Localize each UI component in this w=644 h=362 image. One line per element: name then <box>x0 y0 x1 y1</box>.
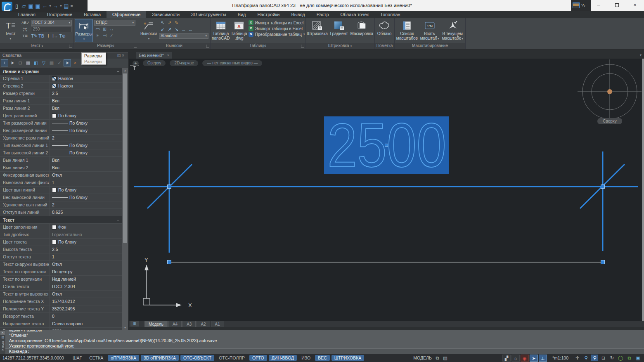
help-icon[interactable]: ?▾ <box>581 3 585 8</box>
quick-select-icon[interactable]: ▦ <box>48 59 55 66</box>
leader-remove-icon[interactable]: ↖ <box>159 20 166 26</box>
group-label-scaling[interactable]: Масштабирование <box>395 43 465 49</box>
tab-Вывод[interactable]: Вывод <box>285 11 310 18</box>
property-value[interactable]: Слева направо <box>50 320 122 327</box>
scale-list-button[interactable]: Списокмасштабов <box>396 19 418 42</box>
group-label-hatch[interactable]: Штриховка▾ <box>305 43 374 49</box>
property-value[interactable]: Откл <box>50 172 122 179</box>
property-value[interactable]: По центру <box>50 268 122 275</box>
leader-node-icon[interactable]: ↙ <box>159 26 166 33</box>
status-toggle-ОТС-ОБЪЕКТ[interactable]: ОТС-ОБЪЕКТ <box>180 355 214 361</box>
text-style-icon[interactable]: TB <box>38 33 45 39</box>
dim-slope-icon[interactable]: ∕ <box>108 33 115 39</box>
status-toggle-СЕТКА[interactable]: СЕТКА <box>86 355 106 361</box>
qat-customize-icon[interactable]: ≣ <box>70 2 73 11</box>
command-input[interactable]: Команда: <box>5 348 644 354</box>
export-excel-button[interactable]: XЭкспорт таблицы в Excel <box>249 26 305 31</box>
sheet-export-icon[interactable]: ⧉ <box>626 355 633 361</box>
dim-baseline-icon[interactable]: ↔ <box>108 26 115 32</box>
dim-group-icon[interactable]: ▭ <box>94 26 101 32</box>
select-append-icon[interactable]: + <box>1 59 8 66</box>
cloud-button[interactable]: Облако <box>376 19 393 42</box>
viewport-plus-icon[interactable]: + <box>133 61 139 66</box>
select-all-icon[interactable]: ▦ <box>24 59 32 66</box>
ribbon-interface-icon[interactable] <box>573 2 580 8</box>
drawing-canvas[interactable]: + Сверху 2D-каркас — нет связанных видов… <box>129 59 644 321</box>
property-value[interactable]: По блоку <box>50 149 122 156</box>
dim-right-icon[interactable]: ⊣ <box>101 33 108 39</box>
linked-views-control[interactable]: — нет связанных видов — <box>202 60 262 66</box>
view-control[interactable]: Сверху <box>143 60 166 66</box>
command-history[interactable]: мдим - Размеры*Отмена*Автосохранение: C:… <box>5 330 644 348</box>
property-value[interactable]: Над линией <box>50 276 122 283</box>
command-close-icon[interactable]: × <box>0 331 5 335</box>
property-value[interactable]: 2.5 <box>50 246 122 253</box>
tab-Растр[interactable]: Растр <box>311 11 335 18</box>
edit-text-icon[interactable]: T✎ <box>31 33 38 39</box>
gradient-button[interactable]: Градиент <box>329 19 349 42</box>
status-toggle-ДИН-ВВОД[interactable]: ДИН-ВВОД <box>269 355 297 361</box>
group-label-mark[interactable]: Пометка <box>375 43 394 49</box>
group-label-dimensions[interactable]: Размеры <box>73 43 138 49</box>
tab-close-icon[interactable]: × <box>167 52 169 59</box>
status-toggle-ОРТО[interactable]: ОРТО <box>249 355 267 361</box>
property-value[interactable]: 2.5 <box>50 90 122 97</box>
zoom-icon[interactable]: ⚲ <box>582 355 590 361</box>
leader-multi-icon[interactable]: ↗ <box>166 26 173 33</box>
show-all-icon[interactable]: ◯ <box>617 355 624 361</box>
property-value[interactable]: Откл <box>50 261 122 268</box>
leader-edit-icon[interactable]: ✎ <box>173 20 180 26</box>
scrollbar-thumb[interactable] <box>123 73 127 243</box>
tab-Облака точек[interactable]: Облака точек <box>335 11 375 18</box>
property-value[interactable]: Наклон <box>50 75 122 82</box>
text-width-icon[interactable]: I↔ <box>52 33 59 39</box>
property-value[interactable]: 1 <box>50 253 122 260</box>
cursor-text-icon[interactable]: I <box>45 33 52 39</box>
property-value[interactable]: 0.625 <box>50 209 122 216</box>
dimensions-button[interactable]: Размеры▾ <box>75 19 93 42</box>
status-toggle-ШАГ[interactable]: ШАГ <box>70 355 85 361</box>
invert-selection-icon[interactable]: ◧ <box>32 59 40 66</box>
new-file-icon[interactable]: ▯ <box>13 2 20 11</box>
property-value[interactable]: Наклон <box>50 83 122 90</box>
layout-tab-A4[interactable]: A4 <box>168 321 182 327</box>
print-icon[interactable]: ▤ <box>63 2 70 11</box>
property-value[interactable]: По блоку <box>50 142 122 149</box>
dialog-launcher-icon[interactable] <box>206 45 209 47</box>
property-value[interactable]: По блоку <box>50 120 122 127</box>
leader-add-icon[interactable]: ↗ <box>166 20 173 26</box>
dynamic-ucs-icon[interactable]: ⊥ <box>539 355 547 362</box>
property-value[interactable]: Вкл <box>50 157 122 164</box>
tab-Зависимости[interactable]: Зависимости <box>146 11 185 18</box>
collapse-icon[interactable]: − <box>117 216 119 223</box>
tab-Настройки[interactable]: Настройки <box>252 11 286 18</box>
properties-scrollbar[interactable]: ▲ ▼ <box>122 68 128 330</box>
text-style-combo[interactable]: ГОСТ 2.304▾ <box>31 20 72 26</box>
property-value[interactable]: ГОСТ 2.304 <box>50 283 122 290</box>
current-scale-readout[interactable]: *m1:100 <box>552 355 568 360</box>
pan-icon[interactable]: ✛ <box>574 355 581 361</box>
property-value[interactable]: Вкл <box>50 164 122 171</box>
command-pin-icon[interactable]: ⊡ <box>0 336 5 340</box>
panel-close-icon[interactable]: × <box>122 53 125 58</box>
get-scale-button[interactable]: 1:N Взятьмасштаб▾ <box>419 19 440 42</box>
hatch-button[interactable]: Штриховка <box>307 19 328 42</box>
apply-selection-icon[interactable]: ✓ <box>56 59 63 66</box>
property-value[interactable]: Вкл <box>50 97 122 104</box>
tab-Вид[interactable]: Вид <box>232 11 252 18</box>
property-value[interactable]: 2 <box>50 135 122 142</box>
dialog-launcher-icon[interactable] <box>301 45 304 47</box>
property-value[interactable]: По блоку <box>50 127 122 134</box>
zoom-window-icon[interactable]: ⊡ <box>600 355 607 361</box>
save-all-icon[interactable]: ▣ <box>34 2 41 11</box>
undo-icon[interactable]: ← <box>41 2 48 11</box>
fullscreen-icon[interactable]: ▣ <box>635 355 642 361</box>
property-value[interactable]: По блоку <box>50 112 122 119</box>
property-value[interactable]: 0 <box>50 313 122 320</box>
status-toggle-3D оПРИВЯЗКА[interactable]: 3D оПРИВЯЗКА <box>141 355 179 361</box>
status-toggle-ОТС-ПОЛЯР[interactable]: ОТС-ПОЛЯР <box>216 355 248 361</box>
status-toggle-оПРИВЯЗКА[interactable]: оПРИВЯЗКА <box>108 355 139 361</box>
orbit-icon[interactable]: ↻ <box>608 355 616 361</box>
property-value[interactable]: 35292.2495 <box>50 305 122 312</box>
property-value[interactable]: Горизонтально <box>50 231 122 238</box>
